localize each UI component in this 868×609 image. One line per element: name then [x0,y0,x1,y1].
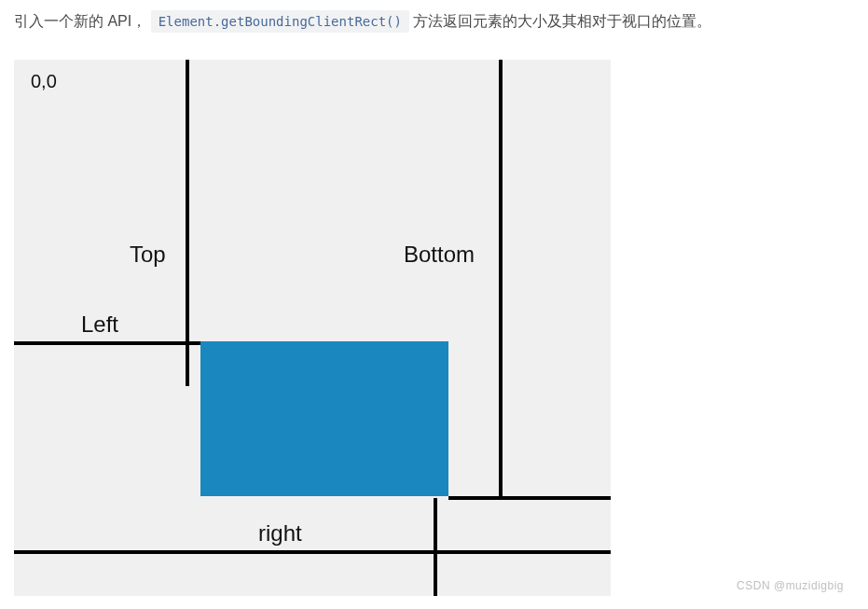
label-left: Left [81,311,118,338]
line-right-vertical [434,498,437,596]
watermark: CSDN @muzidigbig [737,579,844,592]
bounding-rect-diagram: 0,0 Top Bottom Left right [14,60,611,596]
label-top: Top [130,242,166,268]
line-bottom-vertical [499,60,503,498]
intro-prefix: 引入一个新的 API， [14,13,146,29]
origin-label: 0,0 [31,71,57,92]
line-right-horizontal [14,550,611,554]
line-bottom-horizontal [448,496,611,500]
intro-text: 引入一个新的 API， Element.getBoundingClientRec… [0,0,868,41]
code-snippet: Element.getBoundingClientRect() [151,10,409,33]
label-bottom: Bottom [404,242,475,268]
label-right: right [258,520,302,547]
line-top-vertical [186,60,189,386]
element-rect [200,341,448,496]
line-left-horizontal [14,341,200,345]
intro-suffix: 方法返回元素的大小及其相对于视口的位置。 [413,13,711,29]
